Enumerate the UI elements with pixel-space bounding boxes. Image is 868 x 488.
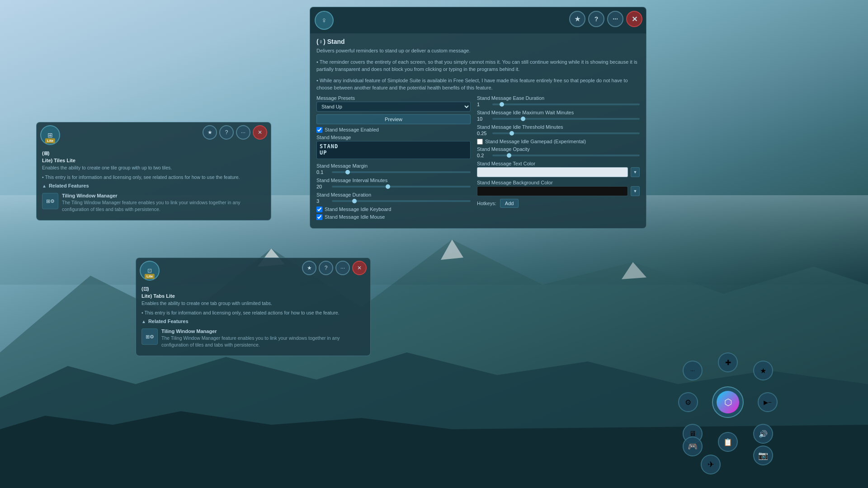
idle-gamepad-row: Stand Message Idle Gamepad (Experimental… bbox=[477, 139, 640, 145]
panel-desc1: Delivers powerful reminders to stand up … bbox=[316, 47, 640, 55]
hotkeys-label: Hotkeys: bbox=[477, 201, 496, 206]
interval-label: Stand Message Interval Minutes bbox=[316, 178, 471, 183]
preview-button[interactable]: Preview bbox=[316, 114, 471, 124]
tabs-panel-header: ⊡ Lite ★ ? ··· ✕ bbox=[136, 258, 370, 283]
tabs-related-label: Related Features bbox=[148, 319, 189, 324]
message-presets-select[interactable]: Stand Up bbox=[316, 102, 471, 112]
radial-star-button[interactable]: ★ bbox=[753, 361, 773, 380]
interval-slider[interactable] bbox=[332, 186, 471, 188]
stand-message-group: Stand Message STAND UP bbox=[316, 135, 471, 160]
stand-panel-body: (♀) Stand Delivers powerful reminders to… bbox=[310, 33, 646, 228]
ease-duration-value: 1 bbox=[477, 102, 490, 107]
radial-center-button[interactable]: ⬡ bbox=[712, 386, 744, 418]
radial-camera-button[interactable]: 📷 bbox=[753, 446, 773, 465]
idle-max-wait-label: Stand Message Idle Maximum Wait Minutes bbox=[477, 110, 640, 115]
tabs-panel-desc: Enables the ability to create one tab gr… bbox=[142, 300, 365, 307]
tabs-help-button[interactable]: ? bbox=[319, 261, 333, 275]
opacity-group: Stand Message Opacity 0.2 bbox=[477, 146, 640, 158]
tiles-related-desc: The Tiling Window Manager feature enable… bbox=[62, 199, 265, 212]
tabs-panel-body: (⊡) Lite) Tabs Lite Enables the ability … bbox=[136, 283, 370, 356]
tiles-panel-desc: Enables the ability to create one tile g… bbox=[42, 164, 265, 171]
tabs-related-text: Tiling Window Manager The Tiling Window … bbox=[161, 328, 365, 348]
stand-panel-icon: ♀ bbox=[315, 11, 334, 30]
idle-threshold-slider[interactable] bbox=[492, 132, 640, 134]
ease-duration-slider-row: 1 bbox=[477, 102, 640, 107]
idle-keyboard-checkbox[interactable] bbox=[316, 206, 322, 212]
idle-max-wait-group: Stand Message Idle Maximum Wait Minutes … bbox=[477, 110, 640, 122]
tabs-panel: ⊡ Lite ★ ? ··· ✕ (⊡) Lite) Tabs Lite Ena… bbox=[136, 258, 371, 356]
tiles-help-button[interactable]: ? bbox=[219, 125, 234, 140]
panel-columns: Message Presets Stand Up Preview Stand M… bbox=[316, 95, 640, 222]
hotkeys-row: Hotkeys: Add bbox=[477, 199, 640, 208]
radial-cross-button[interactable]: ✚ bbox=[718, 352, 738, 372]
duration-value: 3 bbox=[316, 198, 329, 204]
margin-slider[interactable] bbox=[332, 171, 471, 173]
tabs-related-desc: The Tiling Window Manager feature enable… bbox=[161, 335, 365, 348]
radial-clipboard-button[interactable]: 📋 bbox=[718, 432, 738, 452]
tabs-close-button[interactable]: ✕ bbox=[352, 261, 367, 275]
star-button[interactable]: ★ bbox=[569, 11, 585, 27]
tiles-more-button[interactable]: ··· bbox=[236, 125, 250, 140]
tabs-related-item: ⊞⚙ Tiling Window Manager The Tiling Wind… bbox=[142, 327, 365, 350]
help-button[interactable]: ? bbox=[588, 11, 604, 27]
tabs-panel-title: Lite) Tabs Lite bbox=[142, 293, 365, 299]
tiles-star-button[interactable]: ★ bbox=[203, 125, 217, 140]
radial-play-button[interactable]: ▶− bbox=[758, 392, 778, 412]
preview-group: Preview bbox=[316, 114, 471, 124]
message-presets-label: Message Presets bbox=[316, 95, 471, 101]
opacity-value: 0.2 bbox=[477, 153, 490, 158]
text-color-dropdown[interactable]: ▼ bbox=[631, 167, 640, 177]
opacity-slider[interactable] bbox=[492, 155, 640, 156]
tiles-panel: ⊞ Lite ★ ? ··· ✕ (⊞) Lite) Tiles Lite En… bbox=[36, 122, 271, 221]
radial-gear-button[interactable]: ⚙ bbox=[678, 392, 698, 412]
tabs-related-icon: ⊞⚙ bbox=[142, 328, 158, 345]
interval-slider-row: 20 bbox=[316, 184, 471, 189]
tabs-related-chevron: ▲ bbox=[142, 319, 146, 324]
idle-max-wait-slider[interactable] bbox=[492, 118, 640, 120]
idle-keyboard-row: Stand Message Idle Keyboard bbox=[316, 206, 471, 212]
radial-more-button[interactable]: ··· bbox=[683, 361, 703, 380]
message-presets-group: Message Presets Stand Up bbox=[316, 95, 471, 112]
bg-color-swatch[interactable] bbox=[477, 186, 628, 196]
close-button[interactable]: ✕ bbox=[626, 11, 642, 27]
tiles-close-button[interactable]: ✕ bbox=[253, 125, 267, 140]
idle-mouse-checkbox[interactable] bbox=[316, 214, 322, 220]
idle-gamepad-checkbox[interactable] bbox=[477, 139, 483, 145]
idle-threshold-slider-row: 0.25 bbox=[477, 131, 640, 136]
idle-mouse-label: Stand Message Idle Mouse bbox=[325, 214, 385, 220]
bg-color-picker-row: ▼ bbox=[477, 186, 640, 196]
tabs-related-header[interactable]: ▲ Related Features bbox=[142, 319, 365, 324]
tabs-panel-id: (⊡) bbox=[142, 286, 365, 292]
tiles-panel-buttons: ★ ? ··· ✕ bbox=[203, 125, 267, 140]
interval-group: Stand Message Interval Minutes 20 bbox=[316, 178, 471, 189]
tiles-related-header[interactable]: ▲ Related Features bbox=[42, 183, 265, 188]
text-color-label: Stand Message Text Color bbox=[477, 161, 640, 166]
radial-plane-button[interactable]: ✈ bbox=[701, 455, 721, 474]
tiles-related-item: ⊞⚙ Tiling Window Manager The Tiling Wind… bbox=[42, 191, 265, 214]
add-hotkey-button[interactable]: Add bbox=[500, 199, 519, 208]
tabs-panel-note: • This entry is for information and lice… bbox=[142, 310, 365, 316]
bg-color-dropdown[interactable]: ▼ bbox=[631, 186, 640, 196]
panel-desc2: • The reminder covers the entirety of ea… bbox=[316, 58, 640, 73]
tabs-more-button[interactable]: ··· bbox=[335, 261, 350, 275]
idle-max-wait-slider-row: 10 bbox=[477, 116, 640, 122]
stand-message-enabled-row: Stand Message Enabled bbox=[316, 127, 471, 133]
stand-message-enabled-label: Stand Message Enabled bbox=[325, 127, 379, 132]
ease-duration-slider[interactable] bbox=[492, 103, 640, 105]
more-button[interactable]: ··· bbox=[607, 11, 623, 27]
idle-threshold-group: Stand Message Idle Threshold Minutes 0.2… bbox=[477, 124, 640, 136]
radial-center-icon: ⬡ bbox=[717, 391, 739, 413]
tabs-lite-badge: Lite bbox=[145, 274, 155, 279]
bg-color-group: Stand Message Background Color ▼ bbox=[477, 180, 640, 196]
ease-duration-group: Stand Message Ease Duration 1 bbox=[477, 95, 640, 107]
text-color-picker-row: ▼ bbox=[477, 167, 640, 177]
interval-value: 20 bbox=[316, 184, 329, 189]
tabs-star-button[interactable]: ★ bbox=[302, 261, 316, 275]
text-color-swatch[interactable] bbox=[477, 167, 628, 177]
stand-message-input[interactable]: STAND UP bbox=[316, 141, 471, 159]
duration-slider[interactable] bbox=[332, 200, 471, 202]
radial-gamepad-button[interactable]: 🎮 bbox=[683, 436, 703, 456]
radial-volume-button[interactable]: 🔊 bbox=[753, 424, 773, 444]
stand-panel: ♀ ★ ? ··· ✕ (♀) Stand Delivers powerful … bbox=[310, 7, 646, 229]
stand-message-enabled-checkbox[interactable] bbox=[316, 127, 322, 133]
